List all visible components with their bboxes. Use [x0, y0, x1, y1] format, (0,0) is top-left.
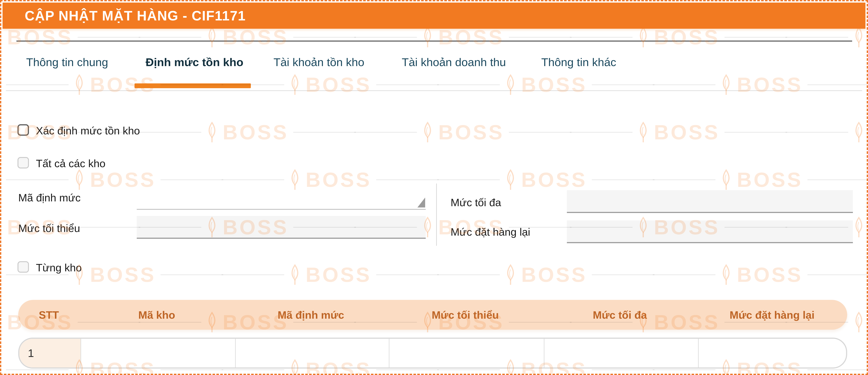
muc-toi-thieu-input: [137, 216, 426, 239]
tab-tai-khoan-ton-kho[interactable]: Tài khoản tồn kho: [274, 56, 364, 68]
checkbox-tung-kho: [18, 261, 29, 273]
label-ma-dinh-muc: Mã định mức: [18, 191, 81, 204]
tab-tai-khoan-doanh-thu[interactable]: Tài khoản doanh thu: [402, 56, 506, 68]
ma-dinh-muc-dropdown[interactable]: [137, 186, 426, 210]
table-row[interactable]: 1: [18, 338, 847, 369]
column-header-muc-dat-hang-lai: Mức đặt hàng lại: [697, 309, 847, 321]
label-muc-dat-hang-lai: Mức đặt hàng lại: [451, 226, 530, 238]
cell-muc-toi-thieu[interactable]: [389, 339, 544, 368]
cell-ma-dinh-muc[interactable]: [235, 339, 389, 368]
cell-muc-dat-hang-lai[interactable]: [698, 339, 846, 368]
muc-toi-da-input: [567, 190, 853, 213]
tab-thong-tin-khac[interactable]: Thông tin khác: [541, 56, 616, 68]
label-muc-toi-da: Mức tối đa: [451, 196, 501, 209]
dialog-title: CẬP NHẬT MẶT HÀNG - CIF1171: [25, 8, 246, 24]
tab-thong-tin-chung[interactable]: Thông tin chung: [26, 56, 108, 68]
checkbox-tat-ca-cac-kho: [18, 157, 29, 168]
column-header-ma-kho: Mã kho: [80, 309, 234, 321]
update-item-dialog: CẬP NHẬT MẶT HÀNG - CIF1171 Thông tin ch…: [0, 0, 868, 375]
column-header-muc-toi-thieu: Mức tối thiểu: [388, 309, 543, 321]
column-header-ma-dinh-muc: Mã định mức: [234, 309, 388, 321]
checkbox-label-tat-ca-cac-kho: Tất cả các kho: [36, 157, 105, 170]
grid-header-row: STT Mã kho Mã định mức Mức tối thiểu Mức…: [18, 300, 847, 330]
checkbox-label-tung-kho: Từng kho: [36, 261, 82, 274]
cell-ma-kho[interactable]: [81, 339, 235, 368]
cell-muc-toi-da[interactable]: [544, 339, 698, 368]
tab-dinh-muc-ton-kho[interactable]: Định mức tồn kho: [146, 56, 243, 68]
column-header-stt: STT: [18, 309, 80, 321]
dropdown-arrow-icon: [417, 198, 425, 207]
checkbox-label-xac-dinh-muc-ton-kho: Xác định mức tồn kho: [36, 124, 140, 137]
cell-stt: 1: [19, 339, 81, 368]
title-divider-line: [17, 41, 852, 41]
dialog-titlebar: CẬP NHẬT MẶT HÀNG - CIF1171: [3, 3, 865, 29]
muc-dat-hang-lai-input: [567, 220, 853, 243]
checkbox-xac-dinh-muc-ton-kho[interactable]: [18, 124, 29, 136]
column-header-muc-toi-da: Mức tối đa: [543, 309, 697, 321]
label-muc-toi-thieu: Mức tối thiểu: [18, 222, 80, 235]
tab-bar: Thông tin chung Định mức tồn kho Tài kho…: [6, 56, 862, 91]
column-divider: [436, 183, 437, 246]
